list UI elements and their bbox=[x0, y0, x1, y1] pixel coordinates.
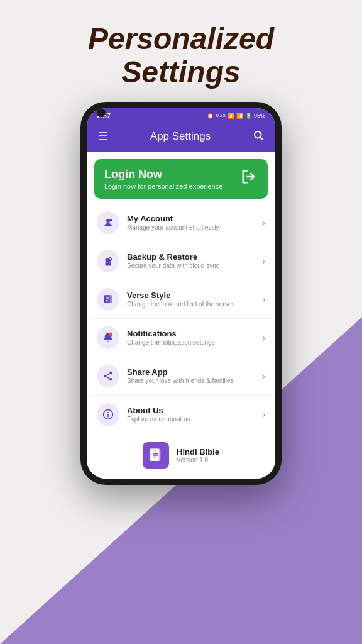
battery-icon: 🔋 bbox=[245, 113, 252, 119]
app-version: Version 1.0 bbox=[177, 457, 219, 464]
menu-item-backup-restore[interactable]: Backup & Restore Secure your data with c… bbox=[90, 242, 272, 280]
app-name: Hindi Bible bbox=[177, 447, 219, 457]
menu-list: My Account Manage your account effortles… bbox=[87, 204, 275, 433]
svg-point-15 bbox=[104, 374, 107, 377]
verse-style-icon bbox=[97, 288, 119, 311]
notifications-text: Notifications Change the notification se… bbox=[127, 329, 262, 346]
svg-point-16 bbox=[109, 378, 112, 381]
menu-item-share-app[interactable]: Share App Share your love with friends &… bbox=[90, 357, 272, 396]
app-footer: Hindi Bible Version 1.0 bbox=[87, 433, 275, 479]
backup-restore-text: Backup & Restore Secure your data with c… bbox=[127, 252, 262, 269]
verse-style-chevron-icon: › bbox=[262, 294, 265, 304]
backup-restore-title: Backup & Restore bbox=[127, 252, 262, 262]
status-icons: ⏰ 0.25 📶 📶 🔋 96% bbox=[207, 113, 265, 119]
notifications-subtitle: Change the notification settings bbox=[127, 339, 262, 346]
page-title-section: Personalized Settings bbox=[0, 0, 362, 102]
camera-notch bbox=[97, 108, 106, 117]
my-account-icon bbox=[97, 211, 119, 234]
share-app-subtitle: Share your love with friends & families bbox=[127, 377, 262, 384]
verse-style-text: Verse Style Change the look and feel of … bbox=[127, 291, 262, 308]
status-bar: 2:57 ⏰ 0.25 📶 📶 🔋 96% bbox=[87, 108, 275, 122]
menu-item-notifications[interactable]: ! Notifications Change the notification … bbox=[90, 319, 272, 357]
menu-item-about-us[interactable]: About Us Explore more about us › bbox=[90, 396, 272, 433]
about-us-subtitle: Explore more about us bbox=[127, 416, 262, 423]
login-card[interactable]: Login Now Login now for personalized exp… bbox=[94, 159, 268, 199]
svg-point-2 bbox=[106, 219, 110, 223]
svg-line-18 bbox=[106, 373, 109, 375]
svg-point-14 bbox=[109, 371, 112, 374]
my-account-title: My Account bbox=[127, 214, 262, 223]
my-account-subtitle: Manage your account effortlessly bbox=[127, 224, 262, 231]
alarm-icon: ⏰ bbox=[207, 113, 214, 119]
signal-icon: 📶 bbox=[236, 113, 243, 119]
verse-style-subtitle: Change the look and feel of the verses bbox=[127, 301, 262, 308]
page-title: Personalized Settings bbox=[0, 23, 362, 89]
login-title: Login Now bbox=[104, 168, 222, 181]
phone-frame: 2:57 ⏰ 0.25 📶 📶 🔋 96% ☰ App Settings bbox=[80, 102, 282, 485]
notifications-icon: ! bbox=[97, 326, 119, 349]
notifications-title: Notifications bbox=[127, 329, 262, 338]
svg-point-22 bbox=[107, 412, 109, 413]
search-icon[interactable] bbox=[251, 128, 265, 145]
about-us-chevron-icon: › bbox=[262, 409, 265, 419]
share-app-text: Share App Share your love with friends &… bbox=[127, 367, 262, 384]
about-us-title: About Us bbox=[127, 406, 262, 415]
share-app-icon bbox=[97, 365, 119, 387]
about-us-icon bbox=[97, 403, 119, 426]
app-info: Hindi Bible Version 1.0 bbox=[177, 447, 219, 464]
backup-restore-chevron-icon: › bbox=[262, 256, 265, 266]
app-bar-title: App Settings bbox=[150, 130, 211, 143]
svg-line-17 bbox=[106, 377, 109, 379]
verse-style-title: Verse Style bbox=[127, 291, 262, 300]
svg-line-1 bbox=[260, 137, 262, 139]
svg-text:!: ! bbox=[110, 334, 111, 336]
backup-restore-subtitle: Secure your data with cloud sync bbox=[127, 262, 262, 269]
wifi-icon: 📶 bbox=[228, 113, 234, 119]
phone-wrapper: 2:57 ⏰ 0.25 📶 📶 🔋 96% ☰ App Settings bbox=[0, 102, 362, 485]
about-us-text: About Us Explore more about us bbox=[127, 406, 262, 423]
backup-restore-icon bbox=[97, 250, 119, 272]
login-card-text: Login Now Login now for personalized exp… bbox=[104, 168, 222, 190]
menu-item-verse-style[interactable]: Verse Style Change the look and feel of … bbox=[90, 280, 272, 319]
notifications-chevron-icon: › bbox=[262, 333, 265, 343]
app-icon bbox=[143, 442, 169, 469]
hamburger-menu-icon[interactable]: ☰ bbox=[97, 128, 109, 145]
my-account-chevron-icon: › bbox=[262, 218, 265, 228]
share-app-title: Share App bbox=[127, 367, 262, 377]
svg-rect-5 bbox=[106, 262, 111, 265]
login-arrow-icon bbox=[240, 168, 258, 189]
share-app-chevron-icon: › bbox=[262, 371, 265, 381]
menu-item-my-account[interactable]: My Account Manage your account effortles… bbox=[90, 204, 272, 242]
app-bar: ☰ App Settings bbox=[87, 122, 275, 152]
my-account-text: My Account Manage your account effortles… bbox=[127, 214, 262, 231]
phone-screen: 2:57 ⏰ 0.25 📶 📶 🔋 96% ☰ App Settings bbox=[87, 108, 275, 479]
login-subtitle: Login now for personalized experience bbox=[104, 182, 222, 190]
data-icon: 0.25 bbox=[216, 113, 226, 118]
battery-percent: 96% bbox=[254, 113, 265, 119]
